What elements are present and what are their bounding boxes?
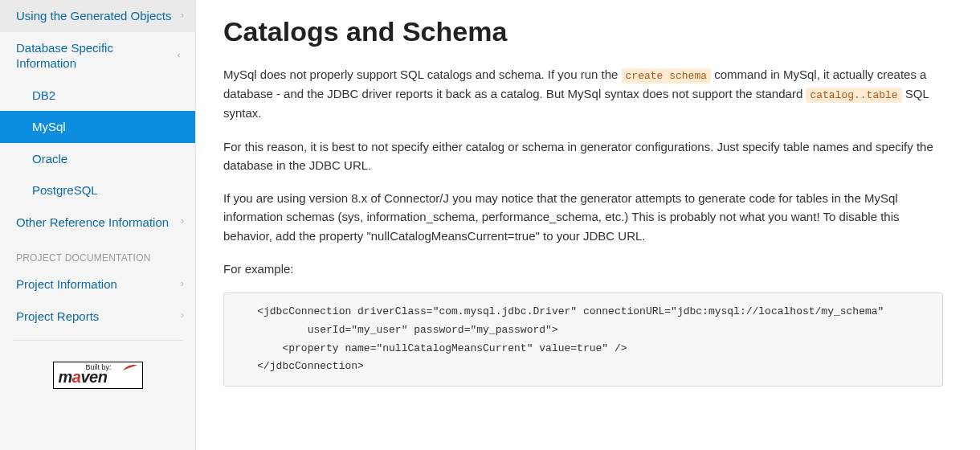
chevron-right-icon: › bbox=[181, 215, 184, 228]
chevron-down-icon: ⌄ bbox=[174, 51, 186, 59]
code-block-jdbc: <jdbcConnection driverClass="com.mysql.j… bbox=[223, 292, 943, 387]
nav-label: Project Reports bbox=[16, 309, 181, 325]
nav-subitem-oracle[interactable]: Oracle bbox=[0, 143, 195, 175]
nav-subitem-postgresql[interactable]: PostgreSQL bbox=[0, 174, 195, 207]
nav-sublabel: DB2 bbox=[32, 88, 184, 104]
paragraph-4: For example: bbox=[223, 260, 943, 278]
section-header-project-doc: PROJECT DOCUMENTATION bbox=[0, 238, 195, 268]
sidebar: Using the Generated Objects › Database S… bbox=[0, 0, 196, 450]
sidebar-divider bbox=[13, 340, 182, 341]
content: Catalogs and Schema MySql does not prope… bbox=[196, 0, 967, 411]
chevron-right-icon: › bbox=[181, 10, 184, 22]
nav-sublabel: PostgreSQL bbox=[32, 182, 184, 198]
nav-item-project-reports[interactable]: Project Reports › bbox=[0, 301, 195, 333]
page-title: Catalogs and Schema bbox=[223, 16, 943, 47]
nav-item-generated-objects[interactable]: Using the Generated Objects › bbox=[0, 0, 195, 32]
nav-item-project-info[interactable]: Project Information › bbox=[0, 268, 195, 301]
nav-label: Project Information bbox=[16, 276, 181, 292]
nav-sublabel: MySql bbox=[32, 119, 184, 135]
chevron-right-icon: › bbox=[181, 309, 184, 322]
nav-item-other-ref[interactable]: Other Reference Information › bbox=[0, 207, 195, 239]
maven-logo[interactable]: Built by: maven bbox=[53, 362, 143, 389]
inline-code-create-schema: create schema bbox=[622, 68, 711, 84]
nav-label: Using the Generated Objects bbox=[16, 8, 181, 24]
nav-item-db-specific[interactable]: Database Specific Information ⌄ bbox=[0, 32, 195, 80]
feather-icon bbox=[121, 364, 139, 372]
maven-wordmark: maven bbox=[59, 368, 108, 387]
paragraph-1: MySql does not properly support SQL cata… bbox=[223, 65, 943, 123]
chevron-right-icon: › bbox=[181, 278, 184, 291]
inline-code-catalog-table: catalog..table bbox=[806, 88, 901, 103]
p1-text-a: MySql does not properly support SQL cata… bbox=[223, 68, 622, 81]
nav-sublabel: Oracle bbox=[32, 151, 184, 167]
paragraph-3: If you are using version 8.x of Connecto… bbox=[223, 189, 943, 245]
nav-label: Database Specific Information bbox=[16, 40, 176, 72]
nav-label: Other Reference Information bbox=[16, 215, 181, 231]
nav-subitem-db2[interactable]: DB2 bbox=[0, 80, 195, 112]
paragraph-2: For this reason, it is best to not speci… bbox=[223, 137, 943, 175]
nav-subitem-mysql[interactable]: MySql bbox=[0, 111, 195, 143]
